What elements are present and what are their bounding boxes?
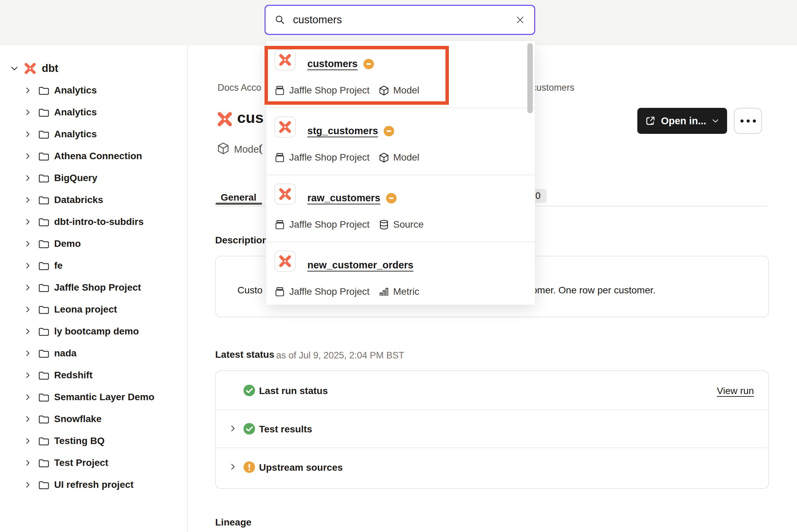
sidebar-tree-item[interactable]: Analytics [0, 101, 186, 123]
folder-icon [38, 194, 49, 205]
search-results-list: customers Jaffle Shop Project Model stg_… [266, 41, 535, 305]
search-result-item[interactable]: customers Jaffle Shop Project Model [266, 41, 535, 108]
chevron-right-icon[interactable] [24, 218, 32, 226]
sidebar-tree-item[interactable]: Test Project [0, 452, 186, 474]
tree-item-label: nada [54, 348, 76, 359]
model-cube-icon [379, 85, 389, 96]
result-name[interactable]: raw_customers [307, 192, 380, 204]
tree-item-label: ly bootcamp demo [54, 326, 139, 337]
sidebar-tree-item[interactable]: dbt-intro-to-subdirs [0, 211, 186, 233]
chevron-right-icon[interactable] [24, 174, 32, 182]
success-check-icon [243, 423, 255, 435]
chevron-right-icon[interactable] [24, 109, 32, 116]
dbt-logo-icon [279, 53, 292, 66]
search-input[interactable] [292, 13, 508, 26]
sidebar-tree-item[interactable]: BigQuery [0, 167, 186, 189]
tree-item-label: Redshift [54, 370, 93, 381]
sidebar-tree-item[interactable]: Leona project [0, 299, 186, 320]
more-actions-button[interactable] [734, 108, 762, 134]
tree-root-dbt[interactable]: dbt [0, 58, 186, 79]
folder-icon [38, 282, 49, 293]
result-project: Jaffle Shop Project [289, 219, 370, 230]
tree-items: Analytics Analytics Analytics Athena Con… [0, 79, 186, 496]
dbt-logo-icon [279, 188, 292, 201]
folder-icon [38, 260, 49, 271]
folder-icon [38, 435, 49, 446]
search-result-item[interactable]: raw_customers Jaffle Shop Project Source [266, 175, 535, 242]
tree-item-label: Testing BQ [54, 435, 105, 446]
sidebar-tree-item[interactable]: Databricks [0, 189, 186, 211]
chevron-right-icon[interactable] [24, 284, 32, 291]
result-name[interactable]: customers [307, 58, 358, 69]
sidebar-tree-item[interactable]: Jaffle Shop Project [0, 277, 186, 299]
tree-item-label: Test Project [54, 457, 108, 468]
sidebar-tree-item[interactable]: UI refresh project [0, 474, 186, 496]
search-result-item[interactable]: stg_customers Jaffle Shop Project Model [266, 108, 535, 175]
dropdown-scrollbar[interactable] [527, 43, 533, 113]
chevron-right-icon[interactable] [229, 463, 237, 471]
sidebar-tree-item[interactable]: Athena Connection [0, 145, 186, 167]
search-results-dropdown: customers Jaffle Shop Project Model stg_… [266, 41, 535, 303]
folder-icon [38, 216, 49, 227]
chevron-right-icon[interactable] [24, 371, 32, 379]
sidebar-tree-item[interactable]: Redshift [0, 364, 186, 386]
ellipsis-icon [740, 119, 744, 123]
result-dbt-icon-box [274, 183, 296, 205]
search-result-item[interactable]: new_customer_orders Jaffle Shop Project … [266, 242, 535, 305]
card-divider [216, 447, 767, 448]
chevron-right-icon[interactable] [24, 393, 32, 401]
tab-general[interactable]: General [221, 192, 256, 203]
view-run-link[interactable]: View run [717, 385, 754, 396]
sidebar-tree-item[interactable]: ly bootcamp demo [0, 320, 186, 342]
chevron-right-icon[interactable] [24, 328, 32, 335]
sidebar-tree-item[interactable]: Demo [0, 233, 186, 255]
open-in-button[interactable]: Open in... [637, 108, 727, 134]
chevron-right-icon[interactable] [24, 350, 32, 357]
tree-item-label: Databricks [54, 194, 103, 205]
card-divider [216, 409, 767, 410]
chevron-right-icon[interactable] [24, 481, 32, 489]
model-cube-icon [217, 142, 230, 155]
chevron-right-icon[interactable] [24, 240, 32, 248]
chevron-right-icon[interactable] [24, 437, 32, 445]
chevron-right-icon[interactable] [24, 459, 32, 467]
chevron-right-icon[interactable] [24, 262, 32, 269]
chevron-right-icon[interactable] [24, 152, 32, 160]
chevron-right-icon[interactable] [24, 87, 32, 94]
warning-icon [243, 461, 255, 473]
project-tree: dbt Analytics Analytics Analytics Athena… [0, 58, 186, 496]
result-type-label: Model [393, 85, 419, 96]
result-type-label: Metric [393, 286, 419, 297]
folder-icon [38, 457, 49, 468]
latest-status-timestamp: as of Jul 9, 2025, 2:04 PM BST [276, 350, 404, 361]
sidebar-tree-item[interactable]: Snowflake [0, 408, 186, 430]
sidebar-tree-item[interactable]: Analytics [0, 79, 186, 101]
folder-icon [38, 238, 49, 249]
chevron-right-icon[interactable] [24, 130, 32, 138]
result-name[interactable]: new_customer_orders [307, 259, 413, 271]
folder-icon [38, 107, 49, 118]
description-text-right: omer. One row per customer. [532, 285, 655, 296]
active-tab-underline [216, 203, 262, 205]
sidebar-tree-item[interactable]: Semantic Layer Demo [0, 386, 186, 408]
tree-item-label: BigQuery [54, 173, 97, 183]
folder-icon [38, 173, 49, 183]
chevron-right-icon[interactable] [24, 415, 32, 423]
result-name[interactable]: stg_customers [307, 125, 378, 137]
sidebar-tree-item[interactable]: fe [0, 255, 186, 277]
tree-item-label: Analytics [54, 85, 97, 96]
clear-search-icon[interactable] [515, 15, 525, 25]
breadcrumb-current: customers [532, 83, 575, 93]
sidebar-tree-item[interactable]: Analytics [0, 123, 186, 145]
chevron-right-icon[interactable] [229, 425, 237, 432]
lineage-heading: Lineage [215, 517, 252, 528]
folder-icon [38, 370, 49, 381]
sidebar-tree-item[interactable]: nada [0, 342, 186, 364]
chevron-down-icon[interactable] [10, 64, 19, 73]
metric-chart-icon [379, 287, 389, 297]
test-results-label: Test results [259, 424, 312, 435]
dbt-logo-icon [217, 111, 233, 127]
sidebar-tree-item[interactable]: Testing BQ [0, 430, 186, 452]
chevron-right-icon[interactable] [24, 306, 32, 313]
chevron-right-icon[interactable] [24, 196, 32, 204]
